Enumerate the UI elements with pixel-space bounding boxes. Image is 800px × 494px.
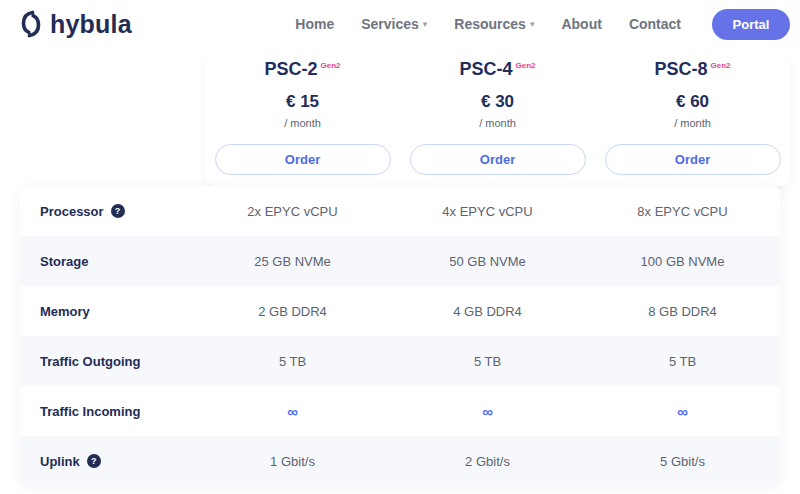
cell-value: 8x EPYC vCPU	[585, 204, 780, 219]
plan-column-psc2: PSC-2Gen2 € 15 / month Order	[205, 48, 400, 186]
order-button-psc8[interactable]: Order	[605, 144, 781, 175]
cell-value: 5 Gbit/s	[585, 454, 780, 469]
nav-item-resources-label: Resources	[454, 16, 526, 32]
hybula-logo-icon	[18, 9, 44, 39]
plan-name-text: PSC-4	[459, 59, 512, 79]
table-row-uplink: Uplink ? 1 Gbit/s 2 Gbit/s 5 Gbit/s	[20, 436, 780, 486]
row-label-text: Traffic Outgoing	[40, 354, 140, 369]
plan-price: € 15	[286, 92, 319, 112]
cell-value: 2 GB DDR4	[195, 304, 390, 319]
row-label: Traffic Incoming	[20, 404, 195, 419]
plan-name-text: PSC-2	[264, 59, 317, 79]
cell-value: 1 Gbit/s	[195, 454, 390, 469]
top-nav-bar: hybula Home Services ▾ Resources ▾ About…	[0, 0, 800, 48]
cell-value: 2x EPYC vCPU	[195, 204, 390, 219]
nav-item-contact-label: Contact	[629, 16, 681, 32]
cell-value: 5 TB	[390, 354, 585, 369]
cell-value: 50 GB NVMe	[390, 254, 585, 269]
brand-logo[interactable]: hybula	[18, 9, 132, 39]
plan-period: / month	[674, 117, 711, 129]
plan-column-psc8: PSC-8Gen2 € 60 / month Order	[595, 48, 790, 186]
plan-gen-badge: Gen2	[321, 61, 341, 70]
plan-name: PSC-8Gen2	[654, 60, 730, 80]
main-nav: Home Services ▾ Resources ▾ About Contac…	[295, 9, 790, 40]
cell-value: 4x EPYC vCPU	[390, 204, 585, 219]
plan-name: PSC-2Gen2	[264, 60, 340, 80]
cell-value: 2 Gbit/s	[390, 454, 585, 469]
chevron-down-icon: ▾	[423, 20, 428, 29]
infinity-icon: ∞	[390, 403, 585, 420]
brand-name: hybula	[50, 10, 132, 39]
plan-price: € 30	[481, 92, 514, 112]
nav-item-services[interactable]: Services ▾	[361, 16, 427, 32]
row-label: Storage	[20, 254, 195, 269]
row-label: Uplink ?	[20, 454, 195, 469]
plan-column-psc4: PSC-4Gen2 € 30 / month Order	[400, 48, 595, 186]
help-icon[interactable]: ?	[87, 454, 101, 468]
order-button-psc4[interactable]: Order	[410, 144, 586, 175]
plan-columns: PSC-2Gen2 € 15 / month Order PSC-4Gen2 €…	[205, 48, 790, 186]
plan-name-text: PSC-8	[654, 59, 707, 79]
nav-item-contact[interactable]: Contact	[629, 16, 681, 32]
chevron-down-icon: ▾	[530, 20, 535, 29]
infinity-icon: ∞	[195, 403, 390, 420]
row-label: Memory	[20, 304, 195, 319]
table-row-memory: Memory 2 GB DDR4 4 GB DDR4 8 GB DDR4	[20, 286, 780, 336]
table-row-processor: Processor ? 2x EPYC vCPU 4x EPYC vCPU 8x…	[20, 186, 780, 236]
nav-item-services-label: Services	[361, 16, 419, 32]
plan-period: / month	[284, 117, 321, 129]
infinity-icon: ∞	[585, 403, 780, 420]
plan-gen-badge: Gen2	[516, 61, 536, 70]
cell-value: 8 GB DDR4	[585, 304, 780, 319]
plan-gen-badge: Gen2	[711, 61, 731, 70]
nav-item-about-label: About	[561, 16, 601, 32]
nav-item-home-label: Home	[295, 16, 334, 32]
row-label-text: Processor	[40, 204, 104, 219]
table-row-traffic-incoming: Traffic Incoming ∞ ∞ ∞	[20, 386, 780, 436]
table-row-storage: Storage 25 GB NVMe 50 GB NVMe 100 GB NVM…	[20, 236, 780, 286]
row-label: Traffic Outgoing	[20, 354, 195, 369]
pricing-page: hybula Home Services ▾ Resources ▾ About…	[0, 0, 800, 494]
row-label-text: Storage	[40, 254, 88, 269]
nav-item-about[interactable]: About	[561, 16, 601, 32]
cell-value: 5 TB	[195, 354, 390, 369]
help-icon[interactable]: ?	[111, 204, 125, 218]
plan-name: PSC-4Gen2	[459, 60, 535, 80]
spec-table: Processor ? 2x EPYC vCPU 4x EPYC vCPU 8x…	[20, 186, 780, 486]
order-button-psc2[interactable]: Order	[215, 144, 391, 175]
plan-price: € 60	[676, 92, 709, 112]
cell-value: 25 GB NVMe	[195, 254, 390, 269]
row-label-text: Memory	[40, 304, 90, 319]
row-label-text: Uplink	[40, 454, 80, 469]
row-label: Processor ?	[20, 204, 195, 219]
portal-button[interactable]: Portal	[712, 9, 790, 40]
cell-value: 5 TB	[585, 354, 780, 369]
plan-period: / month	[479, 117, 516, 129]
row-label-text: Traffic Incoming	[40, 404, 140, 419]
table-row-traffic-outgoing: Traffic Outgoing 5 TB 5 TB 5 TB	[20, 336, 780, 386]
nav-item-resources[interactable]: Resources ▾	[454, 16, 534, 32]
nav-item-home[interactable]: Home	[295, 16, 334, 32]
cell-value: 100 GB NVMe	[585, 254, 780, 269]
cell-value: 4 GB DDR4	[390, 304, 585, 319]
